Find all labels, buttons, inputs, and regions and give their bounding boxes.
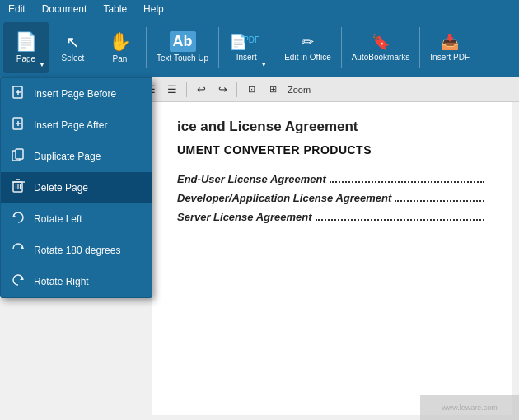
- page-label: Page: [16, 54, 35, 64]
- sub-sep-2: [186, 82, 187, 97]
- insert-page-before-icon: [11, 85, 26, 103]
- svg-marker-17: [20, 277, 23, 280]
- menu-help[interactable]: Help: [140, 2, 167, 16]
- select-label: Select: [62, 54, 85, 63]
- delete-page-icon: [11, 179, 26, 197]
- rotate-left-icon: [11, 210, 26, 228]
- insert-page-after-label: Insert Page After: [34, 119, 107, 131]
- crop-btn[interactable]: ⊡: [241, 81, 261, 99]
- doc-subtitle: UMENT CONVERTER PRODUCTS: [177, 143, 488, 156]
- text-touch-up-icon: Ab: [170, 31, 196, 52]
- toc-item-1: End-User License Agreement: [177, 173, 488, 185]
- svg-marker-15: [13, 214, 16, 217]
- edit-office-icon: ✏: [302, 33, 314, 51]
- toc-item-1-label: End-User License Agreement: [177, 173, 326, 185]
- rotate-180-icon: [11, 241, 26, 259]
- pan-button[interactable]: ✋ Pan: [97, 22, 143, 73]
- insert-dropdown-arrow: ▼: [260, 61, 267, 68]
- menu-document[interactable]: Document: [39, 2, 91, 16]
- page-dropdown-menu: Insert Page Before Insert Page After Dup…: [0, 77, 152, 298]
- watermark: www.leware.com: [420, 395, 519, 420]
- toc-item-3-label: Server License Agreement: [177, 211, 312, 223]
- menu-bar: Edit Document Table Help: [0, 0, 519, 18]
- select-icon: ↖: [66, 32, 80, 52]
- edit-office-button[interactable]: ✏ Edit in Office: [278, 22, 338, 73]
- pan-icon: ✋: [109, 31, 131, 53]
- main-toolbar: 📄 Page ▼ ↖ Select ✋ Pan Ab Text Touch Up…: [0, 18, 519, 77]
- rotate-left-item[interactable]: Rotate Left: [1, 203, 152, 235]
- undo-btn[interactable]: ↩: [191, 81, 211, 99]
- auto-bookmarks-button[interactable]: 🔖 AutoBookmarks: [345, 22, 417, 73]
- svg-rect-8: [16, 149, 23, 159]
- menu-table[interactable]: Table: [100, 2, 130, 16]
- toc-dots-1: [330, 181, 484, 183]
- separator-4: [341, 27, 342, 68]
- insert-pdf-label: Insert PDF: [430, 53, 470, 63]
- edit-office-label: Edit in Office: [284, 53, 331, 63]
- duplicate-page-icon: [11, 147, 26, 166]
- rotate-right-item[interactable]: Rotate Right: [1, 266, 152, 297]
- insert-page-before-label: Insert Page Before: [34, 88, 116, 100]
- page-icon: 📄: [15, 31, 37, 53]
- insert-page-after-icon: [11, 116, 26, 134]
- rotate-right-label: Rotate Right: [34, 276, 89, 287]
- duplicate-page-label: Duplicate Page: [34, 151, 101, 162]
- pan-label: Pan: [113, 54, 128, 64]
- text-touch-up-button[interactable]: Ab Text Touch Up: [150, 22, 215, 73]
- document-content: ice and License Agreement UMENT CONVERTE…: [152, 102, 512, 415]
- rotate-right-icon: [11, 273, 26, 291]
- page-button[interactable]: 📄 Page ▼: [3, 22, 49, 73]
- separator-1: [146, 27, 147, 68]
- insert-label: Insert: [236, 53, 257, 63]
- insert-icon: 📄PDF: [229, 33, 264, 51]
- expand-btn[interactable]: ⊞: [263, 81, 283, 99]
- select-button[interactable]: ↖ Select: [50, 22, 96, 73]
- rotate-180-label: Rotate 180 degrees: [34, 245, 120, 256]
- rotate-180-item[interactable]: Rotate 180 degrees: [1, 235, 152, 266]
- toc-dots-2: [395, 200, 484, 202]
- separator-5: [419, 27, 420, 68]
- rotate-left-label: Rotate Left: [34, 213, 82, 225]
- insert-pdf-button[interactable]: 📥 Insert PDF: [423, 22, 476, 73]
- delete-page-label: Delete Page: [34, 182, 88, 194]
- duplicate-page-item[interactable]: Duplicate Page: [1, 141, 152, 172]
- redo-btn[interactable]: ↪: [213, 81, 232, 99]
- separator-3: [274, 27, 274, 68]
- doc-title: ice and License Agreement: [177, 119, 488, 135]
- toc-item-2: Developer/Application License Agreement: [177, 192, 488, 204]
- menu-edit[interactable]: Edit: [5, 2, 29, 16]
- insert-button[interactable]: 📄PDF Insert ▼: [222, 22, 270, 73]
- toc-item-3: Server License Agreement: [177, 211, 488, 223]
- page-dropdown-arrow: ▼: [39, 61, 45, 68]
- delete-page-item[interactable]: Delete Page: [1, 172, 152, 203]
- zoom-label: Zoom: [288, 85, 311, 95]
- toc-dots-3: [316, 219, 484, 221]
- toc-item-2-label: Developer/Application License Agreement: [177, 192, 391, 204]
- sub-sep-3: [236, 82, 237, 97]
- insert-page-after-item[interactable]: Insert Page After: [1, 110, 152, 141]
- auto-bookmarks-icon: 🔖: [372, 33, 390, 51]
- align-justify-btn[interactable]: ☰: [162, 81, 182, 99]
- insert-page-before-item[interactable]: Insert Page Before: [1, 78, 152, 110]
- text-touch-up-label: Text Touch Up: [157, 54, 208, 63]
- insert-pdf-icon: 📥: [441, 33, 459, 51]
- auto-bookmarks-label: AutoBookmarks: [352, 53, 410, 63]
- separator-2: [218, 27, 219, 68]
